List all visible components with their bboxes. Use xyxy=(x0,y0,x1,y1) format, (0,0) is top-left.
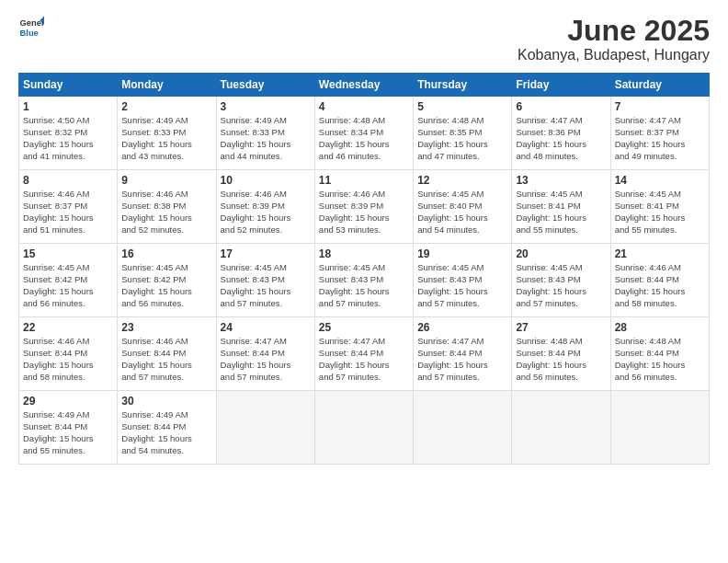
day-info: Sunrise: 4:45 AMSunset: 8:41 PMDaylight:… xyxy=(615,189,705,236)
table-row xyxy=(512,391,610,465)
day-info: Sunrise: 4:45 AMSunset: 8:43 PMDaylight:… xyxy=(319,262,409,309)
title-block: June 2025 Kobanya, Budapest, Hungary xyxy=(518,15,710,63)
calendar-subtitle: Kobanya, Budapest, Hungary xyxy=(518,47,710,63)
day-number: 16 xyxy=(121,247,211,260)
day-info: Sunrise: 4:45 AMSunset: 8:40 PMDaylight:… xyxy=(417,189,507,236)
header-tuesday: Tuesday xyxy=(216,74,314,97)
day-info: Sunrise: 4:49 AMSunset: 8:33 PMDaylight:… xyxy=(121,115,211,162)
day-number: 9 xyxy=(121,174,211,187)
day-number: 22 xyxy=(23,321,113,334)
day-number: 5 xyxy=(417,100,507,113)
table-row: 6Sunrise: 4:47 AMSunset: 8:36 PMDaylight… xyxy=(512,97,610,170)
day-info: Sunrise: 4:47 AMSunset: 8:37 PMDaylight:… xyxy=(615,115,705,162)
day-info: Sunrise: 4:48 AMSunset: 8:35 PMDaylight:… xyxy=(417,115,507,162)
table-row: 7Sunrise: 4:47 AMSunset: 8:37 PMDaylight… xyxy=(610,97,709,170)
day-number: 4 xyxy=(319,100,409,113)
table-row: 4Sunrise: 4:48 AMSunset: 8:34 PMDaylight… xyxy=(314,97,413,170)
day-number: 13 xyxy=(516,174,606,187)
table-row: 5Sunrise: 4:48 AMSunset: 8:35 PMDaylight… xyxy=(414,97,512,170)
day-info: Sunrise: 4:49 AMSunset: 8:44 PMDaylight:… xyxy=(23,409,113,456)
calendar-header-row: Sunday Monday Tuesday Wednesday Thursday… xyxy=(19,74,710,97)
table-row: 8Sunrise: 4:46 AMSunset: 8:37 PMDaylight… xyxy=(19,170,118,244)
day-number: 12 xyxy=(417,174,507,187)
table-row: 18Sunrise: 4:45 AMSunset: 8:43 PMDayligh… xyxy=(314,244,413,317)
day-number: 19 xyxy=(417,247,507,260)
table-row: 1Sunrise: 4:50 AMSunset: 8:32 PMDaylight… xyxy=(19,97,118,170)
day-info: Sunrise: 4:46 AMSunset: 8:37 PMDaylight:… xyxy=(23,189,113,236)
table-row: 28Sunrise: 4:48 AMSunset: 8:44 PMDayligh… xyxy=(610,317,709,391)
page-header: General Blue June 2025 Kobanya, Budapest… xyxy=(18,15,710,63)
day-number: 10 xyxy=(221,174,311,187)
day-number: 28 xyxy=(615,321,705,334)
table-row: 15Sunrise: 4:45 AMSunset: 8:42 PMDayligh… xyxy=(19,244,118,317)
table-row: 3Sunrise: 4:49 AMSunset: 8:33 PMDaylight… xyxy=(216,97,314,170)
day-number: 17 xyxy=(221,247,311,260)
day-number: 2 xyxy=(121,100,211,113)
day-number: 8 xyxy=(23,174,113,187)
day-number: 26 xyxy=(417,321,507,334)
day-info: Sunrise: 4:46 AMSunset: 8:38 PMDaylight:… xyxy=(121,189,211,236)
day-info: Sunrise: 4:45 AMSunset: 8:43 PMDaylight:… xyxy=(417,262,507,309)
svg-text:Blue: Blue xyxy=(20,29,39,38)
day-number: 18 xyxy=(319,247,409,260)
table-row: 10Sunrise: 4:46 AMSunset: 8:39 PMDayligh… xyxy=(216,170,314,244)
day-number: 29 xyxy=(23,395,113,408)
table-row: 22Sunrise: 4:46 AMSunset: 8:44 PMDayligh… xyxy=(19,317,118,391)
day-info: Sunrise: 4:48 AMSunset: 8:44 PMDaylight:… xyxy=(516,336,606,383)
day-number: 1 xyxy=(23,100,113,113)
day-number: 15 xyxy=(23,247,113,260)
table-row xyxy=(216,391,314,465)
day-info: Sunrise: 4:46 AMSunset: 8:44 PMDaylight:… xyxy=(615,262,705,309)
table-row: 24Sunrise: 4:47 AMSunset: 8:44 PMDayligh… xyxy=(216,317,314,391)
table-row: 26Sunrise: 4:47 AMSunset: 8:44 PMDayligh… xyxy=(414,317,512,391)
header-monday: Monday xyxy=(118,74,216,97)
header-sunday: Sunday xyxy=(19,74,118,97)
day-info: Sunrise: 4:45 AMSunset: 8:42 PMDaylight:… xyxy=(23,262,113,309)
day-info: Sunrise: 4:45 AMSunset: 8:43 PMDaylight:… xyxy=(516,262,606,309)
table-row xyxy=(314,391,413,465)
day-number: 27 xyxy=(516,321,606,334)
table-row: 16Sunrise: 4:45 AMSunset: 8:42 PMDayligh… xyxy=(118,244,216,317)
table-row: 14Sunrise: 4:45 AMSunset: 8:41 PMDayligh… xyxy=(610,170,709,244)
calendar-title: June 2025 xyxy=(518,15,710,47)
calendar-table: Sunday Monday Tuesday Wednesday Thursday… xyxy=(18,73,710,465)
header-saturday: Saturday xyxy=(610,74,709,97)
generalblue-logo-icon: General Blue xyxy=(18,15,44,40)
day-info: Sunrise: 4:48 AMSunset: 8:44 PMDaylight:… xyxy=(615,336,705,383)
table-row: 23Sunrise: 4:46 AMSunset: 8:44 PMDayligh… xyxy=(118,317,216,391)
day-number: 20 xyxy=(516,247,606,260)
table-row: 21Sunrise: 4:46 AMSunset: 8:44 PMDayligh… xyxy=(610,244,709,317)
day-number: 24 xyxy=(221,321,311,334)
table-row: 11Sunrise: 4:46 AMSunset: 8:39 PMDayligh… xyxy=(314,170,413,244)
day-number: 21 xyxy=(615,247,705,260)
table-row: 12Sunrise: 4:45 AMSunset: 8:40 PMDayligh… xyxy=(414,170,512,244)
table-row: 2Sunrise: 4:49 AMSunset: 8:33 PMDaylight… xyxy=(118,97,216,170)
table-row: 29Sunrise: 4:49 AMSunset: 8:44 PMDayligh… xyxy=(19,391,118,465)
table-row: 25Sunrise: 4:47 AMSunset: 8:44 PMDayligh… xyxy=(314,317,413,391)
logo: General Blue xyxy=(18,15,44,40)
day-number: 11 xyxy=(319,174,409,187)
day-info: Sunrise: 4:46 AMSunset: 8:39 PMDaylight:… xyxy=(221,189,311,236)
day-info: Sunrise: 4:47 AMSunset: 8:44 PMDaylight:… xyxy=(319,336,409,383)
day-info: Sunrise: 4:45 AMSunset: 8:43 PMDaylight:… xyxy=(221,262,311,309)
day-info: Sunrise: 4:47 AMSunset: 8:36 PMDaylight:… xyxy=(516,115,606,162)
day-info: Sunrise: 4:47 AMSunset: 8:44 PMDaylight:… xyxy=(221,336,311,383)
table-row: 9Sunrise: 4:46 AMSunset: 8:38 PMDaylight… xyxy=(118,170,216,244)
day-info: Sunrise: 4:46 AMSunset: 8:44 PMDaylight:… xyxy=(23,336,113,383)
table-row: 13Sunrise: 4:45 AMSunset: 8:41 PMDayligh… xyxy=(512,170,610,244)
day-info: Sunrise: 4:46 AMSunset: 8:39 PMDaylight:… xyxy=(319,189,409,236)
table-row xyxy=(414,391,512,465)
day-info: Sunrise: 4:45 AMSunset: 8:41 PMDaylight:… xyxy=(516,189,606,236)
header-wednesday: Wednesday xyxy=(314,74,413,97)
day-info: Sunrise: 4:49 AMSunset: 8:44 PMDaylight:… xyxy=(121,409,211,456)
day-info: Sunrise: 4:46 AMSunset: 8:44 PMDaylight:… xyxy=(121,336,211,383)
table-row: 20Sunrise: 4:45 AMSunset: 8:43 PMDayligh… xyxy=(512,244,610,317)
day-number: 7 xyxy=(615,100,705,113)
table-row: 17Sunrise: 4:45 AMSunset: 8:43 PMDayligh… xyxy=(216,244,314,317)
day-number: 25 xyxy=(319,321,409,334)
table-row xyxy=(610,391,709,465)
day-number: 23 xyxy=(121,321,211,334)
table-row: 30Sunrise: 4:49 AMSunset: 8:44 PMDayligh… xyxy=(118,391,216,465)
day-info: Sunrise: 4:48 AMSunset: 8:34 PMDaylight:… xyxy=(319,115,409,162)
header-friday: Friday xyxy=(512,74,610,97)
